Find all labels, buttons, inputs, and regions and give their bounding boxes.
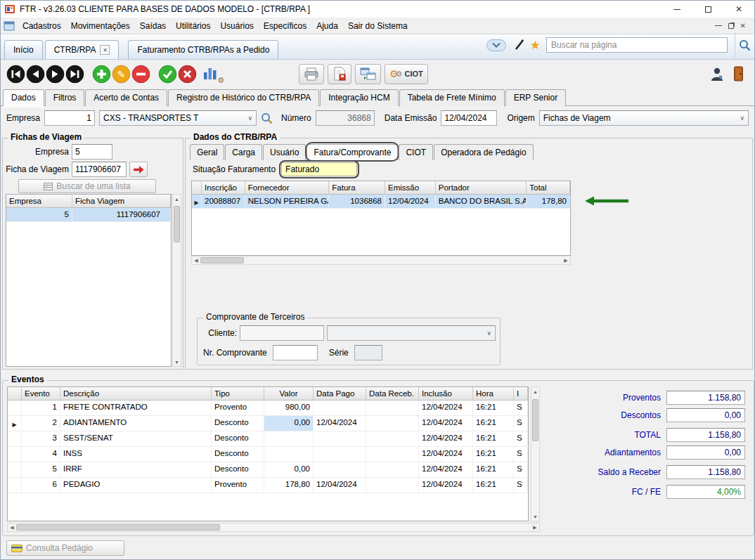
cell[interactable]: 12/04/2024: [419, 416, 473, 431]
column-header[interactable]: Empresa: [6, 195, 72, 207]
column-header[interactable]: Portador: [436, 181, 527, 194]
window-minimize-button[interactable]: [662, 1, 692, 18]
column-header[interactable]: Data Receb.: [366, 387, 419, 400]
cell[interactable]: [366, 401, 419, 415]
mdi-close-button[interactable]: ✕: [740, 22, 746, 30]
page-tab-erp-senior[interactable]: ERP Senior: [505, 89, 566, 106]
origem-combo[interactable]: Fichas de Viagem ∨: [539, 110, 749, 126]
user-icon[interactable]: [710, 67, 724, 82]
column-header[interactable]: Ficha Viagem: [72, 195, 171, 207]
cell[interactable]: [366, 416, 419, 431]
cell[interactable]: [314, 462, 366, 477]
cell[interactable]: Desconto: [212, 447, 264, 462]
page-tab-registro-historico[interactable]: Registro de Histórico do CTRB/RPA: [168, 89, 319, 106]
menu-cadastros[interactable]: Cadastros: [18, 19, 66, 33]
table-row[interactable]: 5 IRRF Desconto 0,00 12/04/2024 16:21 S: [8, 462, 528, 478]
cell[interactable]: 1: [22, 401, 60, 415]
serie-field[interactable]: [354, 345, 382, 360]
cell[interactable]: [314, 447, 366, 462]
column-header[interactable]: Total: [527, 181, 570, 194]
cell[interactable]: 6: [22, 478, 60, 493]
ctrb-tab-ciot[interactable]: CIOT: [399, 144, 433, 160]
fatura-horizontal-scrollbar[interactable]: ◀ ▶: [191, 256, 571, 265]
column-header[interactable]: Fornecedor: [245, 181, 330, 194]
cell[interactable]: S: [514, 431, 528, 446]
cell[interactable]: 12/04/2024: [419, 401, 473, 415]
cell[interactable]: 12/04/2024: [419, 431, 473, 446]
menu-utilitarios[interactable]: Utilitários: [171, 19, 215, 33]
cell[interactable]: 16:21: [473, 416, 514, 431]
menu-saidas[interactable]: Saídas: [135, 19, 171, 33]
cell[interactable]: [264, 431, 314, 446]
consulta-pedagio-button[interactable]: Consulta Pedágio: [6, 540, 124, 556]
scroll-down-icon[interactable]: ▼: [531, 512, 540, 521]
cell[interactable]: [314, 401, 366, 415]
cliente-combo[interactable]: ∨: [327, 325, 496, 341]
cell[interactable]: BANCO DO BRASIL S.A.: [436, 195, 527, 208]
print-button[interactable]: [299, 64, 324, 84]
empresa-combo[interactable]: CXS - TRANSPORTES T ∨: [99, 110, 257, 126]
menu-sair-do-sistema[interactable]: Sair do Sistema: [343, 19, 413, 33]
ctrb-tab-geral[interactable]: Geral: [190, 144, 224, 160]
tab-list-dropdown-button[interactable]: [486, 39, 506, 51]
edit-record-button[interactable]: ✎: [112, 65, 131, 84]
column-header[interactable]: Data Pago: [314, 387, 366, 400]
cell[interactable]: ADIANTAMENTO: [60, 416, 212, 431]
cell[interactable]: 1036868: [329, 195, 385, 208]
scroll-left-icon[interactable]: ◀: [8, 523, 16, 532]
cell[interactable]: S: [514, 447, 528, 462]
tab-ctrb-rpa[interactable]: CTRB/RPA ✕: [45, 40, 120, 59]
cell[interactable]: 12/04/2024: [419, 447, 473, 462]
page-tab-dados[interactable]: Dados: [3, 89, 44, 106]
cell[interactable]: 5: [22, 462, 60, 477]
nav-last-button[interactable]: [65, 65, 84, 84]
page-search-input[interactable]: [546, 37, 728, 53]
cliente-code-field[interactable]: [240, 325, 324, 341]
empresa-search-button[interactable]: [261, 112, 273, 124]
cell[interactable]: Provento: [212, 401, 264, 415]
cell[interactable]: 5: [6, 208, 72, 221]
tab-faturamento-ctrb-rpas[interactable]: Faturamento CTRB/RPAs a Pedido: [128, 40, 278, 59]
scroll-down-icon[interactable]: ▼: [173, 358, 181, 366]
table-row[interactable]: 6 PEDAGIO Provento 178,80 12/04/2024 12/…: [8, 478, 528, 493]
nav-prev-button[interactable]: [26, 65, 45, 84]
data-emissao-field[interactable]: [441, 110, 497, 126]
save-document-button[interactable]: [328, 64, 351, 84]
cell[interactable]: S: [514, 416, 528, 431]
table-row[interactable]: 1 FRETE CONTRATADO Provento 980,00 12/04…: [8, 401, 528, 416]
column-header[interactable]: Fatura: [329, 181, 385, 194]
cell[interactable]: IRRF: [60, 462, 212, 477]
cell[interactable]: 2: [22, 416, 60, 431]
cell[interactable]: 16:21: [473, 401, 514, 415]
cell[interactable]: 16:21: [473, 462, 514, 477]
mdi-minimize-button[interactable]: [715, 25, 722, 26]
ctrb-tab-usuario[interactable]: Usuário: [263, 144, 306, 160]
cell[interactable]: [264, 447, 314, 462]
cell[interactable]: PEDAGIO: [60, 478, 212, 493]
ctrb-tab-fatura-comprovante[interactable]: Fatura/Comprovante: [306, 144, 398, 160]
table-row[interactable]: ▶ 20088807 NELSON PEREIRA GARCIA 1036868…: [192, 195, 570, 209]
column-header[interactable]: Tipo: [212, 387, 264, 400]
table-row[interactable]: 4 INSS Desconto 12/04/2024 16:21 S: [8, 447, 528, 462]
nr-comprovante-field[interactable]: [273, 345, 318, 360]
cell[interactable]: 1117906607: [72, 208, 171, 221]
cell[interactable]: S: [514, 478, 528, 493]
cell[interactable]: 0,00: [264, 416, 314, 431]
cell[interactable]: 12/04/2024: [419, 462, 473, 477]
tab-inicio[interactable]: Início: [4, 40, 43, 59]
cell[interactable]: 12/04/2024: [314, 478, 366, 493]
cell[interactable]: [366, 478, 419, 493]
tab-close-icon[interactable]: ✕: [100, 45, 110, 55]
scroll-thumb[interactable]: [16, 524, 220, 530]
buscar-de-uma-lista-button[interactable]: Buscar de uma lista: [18, 179, 156, 193]
cell[interactable]: 4: [22, 447, 60, 462]
scroll-thumb[interactable]: [174, 206, 180, 242]
exit-door-icon[interactable]: [733, 66, 744, 82]
cell[interactable]: NELSON PEREIRA GARCIA: [245, 195, 330, 208]
scroll-right-icon[interactable]: ▶: [562, 256, 570, 265]
cell[interactable]: 12/04/2024: [314, 416, 366, 431]
column-header[interactable]: Valor: [264, 387, 314, 400]
ctrb-tab-operadora-pedagio[interactable]: Operadora de Pedágio: [434, 144, 533, 160]
cell[interactable]: 0,00: [264, 462, 314, 477]
cell[interactable]: Provento: [212, 478, 264, 493]
